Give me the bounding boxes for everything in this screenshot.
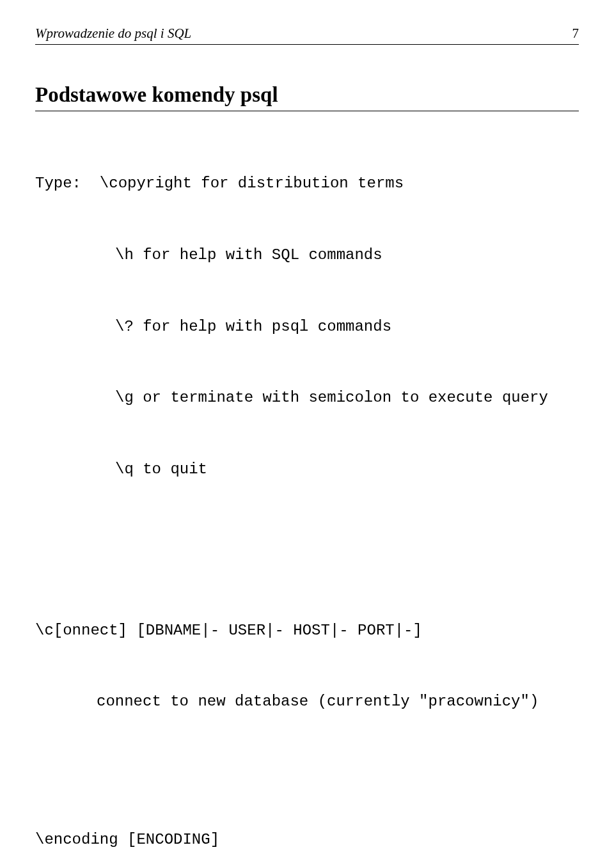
spacer [35,528,579,571]
type-line-1: \copyright for distribution terms [100,175,404,192]
type-block: Type: \copyright for distribution terms … [35,124,579,528]
header-title: Wprowadzenie do psql i SQL [35,26,191,42]
connect-line-1: \c[onnect] [DBNAME|- USER|- HOST|- PORT|… [35,619,579,642]
page-header: Wprowadzenie do psql i SQL 7 [35,26,579,45]
type-row: Type: \copyright for distribution terms [35,171,579,195]
connect-block: \c[onnect] [DBNAME|- USER|- HOST|- PORT|… [35,571,579,761]
encoding-block: \encoding [ENCODING] show or set client … [35,780,579,868]
section-title: Podstawowe komendy psql [35,83,579,107]
type-line-4: \g or terminate with semicolon to execut… [35,386,579,409]
type-line-3: \? for help with psql commands [35,315,579,338]
title-rule [35,111,579,111]
connect-line-2: connect to new database (currently "prac… [35,690,579,713]
type-label: Type: [35,175,81,192]
spacer [35,761,579,780]
page-container: Wprowadzenie do psql i SQL 7 Podstawowe … [0,0,614,868]
type-line-2: \h for help with SQL commands [35,243,579,267]
section: Podstawowe komendy psql [35,83,579,111]
encoding-line-1: \encoding [ENCODING] [35,828,579,851]
page-number: 7 [572,26,579,42]
type-line-5: \q to quit [35,457,579,481]
